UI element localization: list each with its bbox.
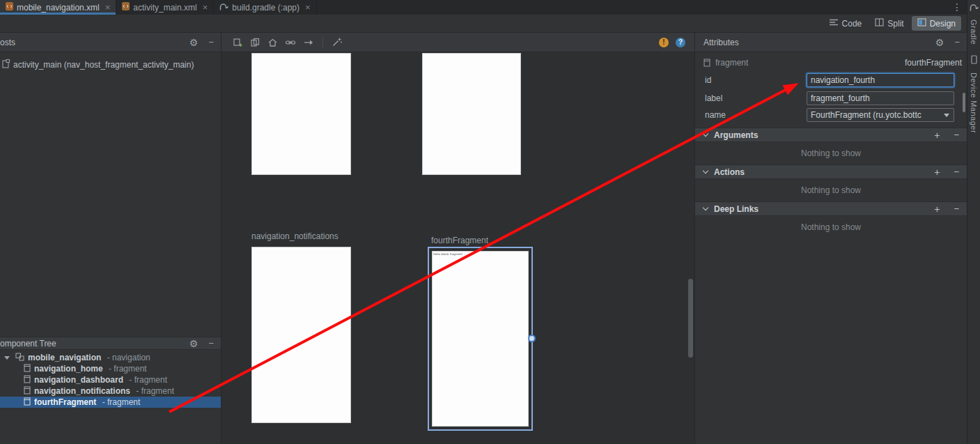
navigation-graph-surface[interactable]: navigation_notifications fourthFragment … [221,52,694,444]
split-view-button[interactable]: Split [869,16,909,31]
gear-icon[interactable]: ⚙ [935,38,944,47]
design-view-icon [917,18,926,29]
attributes-panel-title: Attributes [703,38,739,47]
tab-activity-main-xml[interactable]: activity_main.xml × [116,0,214,15]
tab-label: mobile_navigation.xml [17,3,100,13]
chevron-down-icon[interactable] [4,356,10,360]
fragment-icon [24,397,31,408]
tab-mobile-navigation-xml[interactable]: mobile_navigation.xml × [0,0,116,15]
selected-component-row: fragment fourthFragment [695,56,967,69]
remove-action-icon[interactable]: − [954,167,959,177]
code-view-label: Code [842,19,862,29]
new-destination-icon[interactable] [233,38,243,47]
tab-build-gradle[interactable]: build.gradle (:app) × [214,0,316,15]
close-icon[interactable]: × [305,3,311,12]
attributes-panel: Attributes ⚙ − fragment fourthFragment i… [694,33,967,444]
hide-panel-icon[interactable]: − [208,339,214,348]
actions-empty-text: Nothing to show [695,185,967,195]
hide-panel-icon[interactable]: − [208,38,214,47]
name-combobox[interactable]: FourthFragment (ru.yotc.bottc [807,108,954,122]
tree-item-navigation-notifications[interactable]: navigation_notifications - fragment [0,385,221,397]
component-tree-title: omponent Tree [0,339,56,349]
tab-label: activity_main.xml [133,3,196,13]
help-icon[interactable]: ? [676,38,685,47]
design-view-label: Design [930,19,956,29]
host-item-activity-main[interactable]: activity_main (nav_host_fragment_activit… [2,59,194,70]
component-type-label: fragment [715,58,748,68]
chevron-down-icon[interactable] [944,114,949,117]
chevron-down-icon[interactable] [703,168,708,174]
add-action-icon[interactable]: + [934,167,940,178]
tree-item-navigation-dashboard[interactable]: navigation_dashboard - fragment [0,374,221,385]
close-icon[interactable]: × [105,3,111,12]
tree-item-type: - fragment [127,375,167,385]
component-tree-header: omponent Tree ⚙ − [0,337,221,350]
code-view-button[interactable]: Code [823,16,868,31]
destination-home-preview[interactable] [251,53,351,175]
destination-label-notifications[interactable]: navigation_notifications [251,231,339,241]
gradle-file-icon [219,3,228,13]
device-manager-icon[interactable] [971,55,977,66]
tree-item-mobile-navigation[interactable]: mobile_navigation - navigation [0,352,221,363]
host-item-label: activity_main (nav_host_fragment_activit… [13,60,194,70]
fragment-preview-text: Hello blank fragment [433,252,528,256]
gear-icon[interactable]: ⚙ [189,38,199,47]
tab-label: build.gradle (:app) [232,3,300,13]
action-connection-handle[interactable] [528,335,536,342]
gradle-tool-button[interactable]: Gradle [970,20,978,45]
destination-notifications-preview[interactable] [251,247,351,423]
label-field[interactable] [807,92,954,105]
close-icon[interactable]: × [203,3,208,12]
assign-start-destination-icon[interactable] [267,38,278,47]
hosts-panel-title: osts [0,38,15,47]
name-combobox-value: FourthFragment (ru.yotc.bottc [807,110,942,120]
hide-panel-icon[interactable]: − [954,38,960,47]
chevron-down-icon[interactable] [703,131,708,137]
gradle-icon[interactable] [970,3,979,13]
component-id-value: fourthFragment [905,58,962,68]
destination-label-fourth[interactable]: fourthFragment [431,236,488,245]
right-tool-strip: Gradle Device Manager [967,0,980,444]
component-tree: mobile_navigation - navigation navigatio… [0,352,221,408]
section-header-deep-links[interactable]: Deep Links + − [695,201,967,216]
nested-graph-icon[interactable] [250,38,260,47]
tree-item-navigation-home[interactable]: navigation_home - fragment [0,363,221,374]
label-attribute-label: label [705,93,722,103]
device-manager-tool-button[interactable]: Device Manager [970,72,978,133]
android-studio-navigation-editor: mobile_navigation.xml × activity_main.xm… [0,0,980,444]
tree-item-name: fourthFragment [34,397,96,407]
gear-icon[interactable]: ⚙ [189,339,199,349]
add-argument-icon[interactable]: + [934,130,940,141]
fragment-icon [24,386,31,397]
hosts-panel-header: osts ⚙ − [0,33,221,52]
label-field-wrapper [807,91,954,105]
xml-file-icon [122,2,130,13]
deep-link-icon[interactable] [285,38,296,47]
tree-item-type: - fragment [100,397,140,407]
chevron-down-icon[interactable] [703,205,708,210]
kebab-menu-icon[interactable]: ⋮ [947,0,967,15]
attribute-row-label: label [695,91,967,105]
attribute-row-id: id [695,73,967,87]
remove-deep-link-icon[interactable]: − [954,204,959,214]
warning-indicator-icon[interactable]: ! [659,38,669,47]
add-deep-link-icon[interactable]: + [934,204,940,215]
canvas-vertical-scrollbar[interactable] [688,279,693,358]
attributes-scrollbar[interactable] [963,93,965,112]
action-arrow-icon[interactable] [303,38,314,47]
activity-icon [2,59,10,70]
section-header-arguments[interactable]: Arguments + − [695,128,967,142]
tree-item-type: - navigation [104,353,150,362]
tree-item-fourthfragment[interactable]: fourthFragment - fragment [0,397,221,408]
toolbar-separator [322,37,323,47]
fragment-icon [24,375,31,385]
section-header-actions[interactable]: Actions + − [695,164,967,179]
code-view-icon [829,18,839,29]
remove-argument-icon[interactable]: − [954,130,959,140]
destination-dashboard-preview[interactable] [422,53,521,175]
auto-arrange-wand-icon[interactable] [332,37,343,47]
id-field[interactable] [807,74,954,86]
design-view-button[interactable]: Design [912,16,961,31]
destination-fourth-preview-selected[interactable]: Hello blank fragment [428,247,533,431]
split-view-label: Split [887,19,903,29]
